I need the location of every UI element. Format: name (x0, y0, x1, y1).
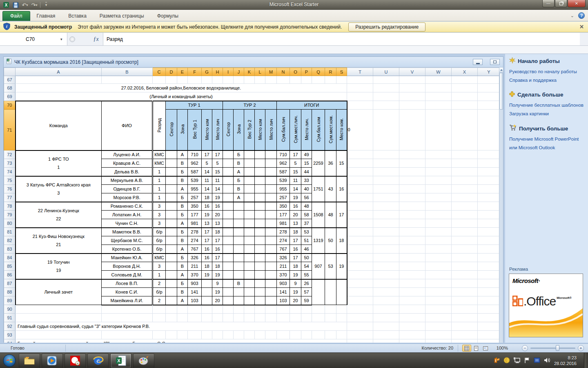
cell[interactable] (255, 314, 265, 322)
cell[interactable]: 257 (188, 193, 202, 202)
column-header-A[interactable]: A (16, 68, 102, 76)
cell[interactable] (202, 331, 212, 339)
cell[interactable] (452, 245, 478, 254)
tray-coin-icon[interactable] (503, 357, 510, 365)
cell[interactable]: 16 (290, 202, 301, 211)
cell[interactable] (312, 76, 325, 84)
close-button[interactable]: ✕ (568, 0, 586, 7)
cell[interactable] (234, 211, 244, 219)
cell[interactable] (223, 296, 234, 305)
cell[interactable] (347, 236, 373, 245)
cell[interactable] (255, 176, 265, 185)
cell[interactable] (425, 254, 452, 262)
row-header-81[interactable]: 81 (4, 228, 16, 236)
cell[interactable] (325, 331, 336, 339)
cell[interactable] (212, 76, 223, 84)
cell[interactable] (244, 185, 255, 193)
cell[interactable] (202, 279, 212, 288)
vertical-scrollbar[interactable] (499, 67, 503, 343)
cell[interactable] (425, 76, 452, 84)
cell[interactable] (312, 279, 325, 305)
cell[interactable]: Главный судья соревнований, судья "3" ка… (16, 322, 347, 331)
cell[interactable] (373, 185, 399, 193)
cell[interactable] (373, 110, 399, 150)
cell[interactable]: 1 (153, 193, 166, 202)
cell[interactable]: 51 (301, 236, 312, 245)
cell[interactable] (255, 262, 265, 271)
cell[interactable] (16, 314, 102, 322)
cell[interactable]: 26 (301, 279, 312, 288)
cell[interactable]: 19 (290, 271, 301, 279)
cell[interactable]: А (234, 193, 244, 202)
cell[interactable] (399, 176, 425, 185)
cell[interactable] (265, 314, 277, 322)
cell[interactable]: 48 (325, 202, 336, 228)
cell[interactable] (425, 110, 452, 150)
column-header-M[interactable]: M (265, 68, 277, 76)
cell[interactable]: 5 (212, 159, 223, 168)
cell[interactable]: 1 (153, 271, 166, 279)
cell[interactable] (373, 331, 399, 339)
cell[interactable] (373, 76, 399, 84)
cell[interactable] (452, 279, 478, 288)
cell[interactable] (425, 245, 452, 254)
cell[interactable]: 16 (202, 254, 212, 262)
cell[interactable] (223, 176, 234, 185)
cell[interactable] (347, 262, 373, 271)
cell[interactable] (223, 185, 234, 193)
cell[interactable] (255, 76, 265, 84)
page-layout-view-button[interactable] (472, 345, 481, 352)
cell[interactable] (244, 279, 255, 288)
cell[interactable] (244, 150, 255, 159)
cell[interactable] (452, 185, 478, 193)
cell[interactable] (166, 245, 177, 254)
cell[interactable]: Романенко С.К. (102, 202, 153, 211)
cell[interactable]: 103 (188, 296, 202, 305)
cell[interactable] (452, 150, 478, 159)
row-header-87[interactable]: 87 (4, 279, 16, 288)
cell[interactable] (347, 150, 373, 159)
cell[interactable] (265, 211, 277, 219)
cell[interactable]: 0 (347, 110, 373, 150)
cell[interactable] (244, 202, 255, 211)
cell[interactable] (265, 262, 277, 271)
cell[interactable] (425, 339, 452, 343)
cell[interactable] (347, 159, 373, 168)
cell[interactable]: 17 (336, 202, 347, 228)
cell[interactable] (244, 331, 255, 339)
cell[interactable]: 13 (202, 219, 212, 228)
cell[interactable] (399, 193, 425, 202)
cell[interactable] (166, 219, 177, 228)
cell[interactable] (478, 101, 500, 110)
column-header-U[interactable]: U (373, 68, 399, 76)
cell[interactable] (425, 279, 452, 288)
cell[interactable]: Б (177, 254, 188, 262)
subheader-cell[interactable]: Сум.бал.лич (277, 110, 290, 150)
cell[interactable] (301, 314, 312, 322)
cell[interactable] (265, 176, 277, 185)
cell[interactable]: 17 (290, 150, 301, 159)
cell[interactable]: 17 (202, 236, 212, 245)
cell[interactable] (265, 305, 277, 314)
cell[interactable] (452, 314, 478, 322)
row-header-82[interactable]: 82 (4, 236, 16, 245)
cell[interactable]: 103 (277, 296, 290, 305)
cell[interactable]: 33 (301, 176, 312, 185)
taskbar-explorer-icon[interactable] (19, 353, 40, 368)
cell[interactable] (234, 202, 244, 211)
cell[interactable]: 710 (277, 150, 290, 159)
cell[interactable] (177, 331, 188, 339)
team-cell[interactable]: Личный зачет (16, 279, 102, 305)
cell[interactable] (425, 159, 452, 168)
tray-volume-icon[interactable] (543, 357, 551, 365)
cell[interactable]: 14 (212, 185, 223, 193)
cell[interactable] (244, 271, 255, 279)
cell[interactable] (478, 245, 500, 254)
team-cell[interactable]: 22 Ленинск-Кузнецк22 (16, 202, 102, 228)
cell[interactable]: В (177, 236, 188, 245)
row-header-78[interactable]: 78 (4, 202, 16, 211)
cell[interactable]: 1508 (312, 202, 325, 228)
cell[interactable]: 19 (202, 211, 212, 219)
cell[interactable]: 17 (290, 236, 301, 245)
cell[interactable] (244, 296, 255, 305)
